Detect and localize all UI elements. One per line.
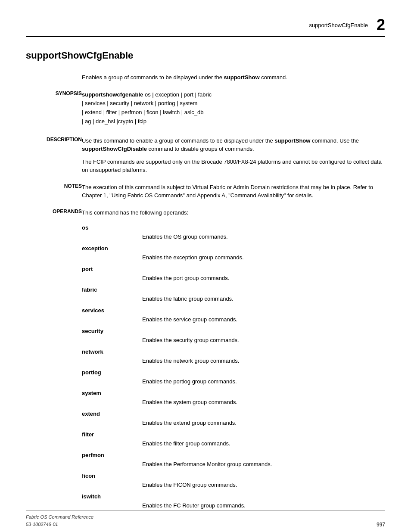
operand-name-row: portlog [82,366,385,378]
operand-description: Enables the service group commands. [142,316,385,324]
notes-content: The execution of this command is subject… [82,183,385,208]
operand-desc [142,345,385,358]
footer-line2: 53-1002746-01 [26,521,93,528]
operand-name: perfmon [82,448,142,461]
operand-desc [142,448,385,461]
synopsis-line2: | services | security | network | portlo… [82,100,197,106]
desc-p1-after: command. Use the [310,137,359,144]
operand-name-spacer [82,254,142,262]
operand-desc [142,221,385,233]
operand-desc-row: Enables the Performance Monitor group co… [82,461,385,469]
operand-description: Enables the filter group commands. [142,440,385,448]
operand-name-spacer [82,233,142,242]
operand-desc [142,304,385,316]
operand-description: Enables the FICON group commands. [142,482,385,490]
operand-name-row: services [82,304,385,316]
operand-description: Enables the portlog group commands. [142,378,385,386]
operand-name-row: security [82,324,385,337]
page-title: supportShowCfgEnable [26,50,385,61]
operand-name: fabric [82,283,142,296]
operand-name: ficon [82,469,142,482]
intro-text-after: command. [260,74,287,81]
operand-desc [142,242,385,254]
intro-content: Enables a group of commands to be displa… [82,73,385,90]
operand-desc [142,428,385,440]
operand-name: security [82,324,142,337]
synopsis-command-rest: os | exception | port | fabric [143,91,212,98]
description-label: DESCRIPTION [26,137,82,183]
operand-desc-row: Enables the fabric group commands. [82,296,385,304]
synopsis-label: SYNOPSIS [26,90,82,137]
operand-desc [142,490,385,502]
operand-desc-row: Enables the OS group commands. [82,233,385,242]
footer-line1: Fabric OS Command Reference [26,513,93,521]
operand-desc-row: Enables the portlog group commands. [82,378,385,386]
operands-content: This command has the following operands:… [82,208,385,515]
operand-desc-row: Enables the service group commands. [82,316,385,324]
operand-name-spacer [82,420,142,428]
operand-name: extend [82,407,142,420]
operand-name: portlog [82,366,142,378]
operand-name-spacer [82,440,142,448]
operand-name-spacer [82,296,142,304]
operand-desc-row: Enables the security group commands. [82,337,385,345]
operand-name: filter [82,428,142,440]
operand-name-spacer [82,316,142,324]
footer-left: Fabric OS Command Reference 53-1002746-0… [26,513,93,528]
operand-name: os [82,221,142,233]
synopsis-content: supportshowcfgenable os | exception | po… [82,90,385,137]
operand-name: system [82,386,142,399]
operand-table: os Enables the OS group commands. except… [82,221,385,510]
operand-desc-row: Enables the port group commands. [82,275,385,283]
operands-row: OPERANDS This command has the following … [26,208,385,515]
description-para2: The FCIP commands are supported only on … [82,158,385,174]
header-title: supportShowCfgEnable [309,22,368,28]
description-content: Use this command to enable a group of co… [82,137,385,183]
operand-name: services [82,304,142,316]
content-table: Enables a group of commands to be displa… [26,73,385,515]
operand-desc-row: Enables the extend group commands. [82,420,385,428]
operand-name-row: exception [82,242,385,254]
page-footer: Fabric OS Command Reference 53-1002746-0… [26,510,385,528]
operand-name: exception [82,242,142,254]
notes-text: The execution of this command is subject… [82,183,385,200]
operand-name-spacer [82,502,142,510]
operand-name-spacer [82,358,142,366]
operand-description: Enables the extend group commands. [142,420,385,428]
operand-name-row: port [82,262,385,275]
operand-name: network [82,345,142,358]
intro-label [26,73,82,90]
desc-p1-bold1: supportShow [274,137,310,144]
operand-description: Enables the network group commands. [142,358,385,366]
operand-desc [142,469,385,482]
operand-description: Enables the system group commands. [142,399,385,407]
operand-name-spacer [82,275,142,283]
operand-name-row: os [82,221,385,233]
operand-description: Enables the port group commands. [142,275,385,283]
operand-desc [142,283,385,296]
description-para1: Use this command to enable a group of co… [82,137,385,153]
operand-name-spacer [82,337,142,345]
desc-p1-bold2: supportShowCfgDisable [82,146,147,152]
description-row: DESCRIPTION Use this command to enable a… [26,137,385,183]
operand-name-row: ficon [82,469,385,482]
operand-name-row: perfmon [82,448,385,461]
operand-desc [142,407,385,420]
operand-name-row: filter [82,428,385,440]
operand-desc-row: Enables the network group commands. [82,358,385,366]
operand-name-row: fabric [82,283,385,296]
footer-page-number: 997 [377,522,385,528]
operand-desc [142,386,385,399]
operand-description: Enables the security group commands. [142,337,385,345]
intro-paragraph: Enables a group of commands to be displa… [82,73,385,82]
operand-name-row: system [82,386,385,399]
notes-row: NOTES The execution of this command is s… [26,183,385,208]
operand-name: port [82,262,142,275]
page: supportShowCfgEnable 2 supportShowCfgEna… [0,0,411,532]
operand-name-spacer [82,461,142,469]
synopsis-line4: | ag | dce_hsl |crypto | fcip [82,118,146,124]
operand-desc-row: Enables the FC Router group commands. [82,502,385,510]
synopsis-row: SYNOPSIS supportshowcfgenable os | excep… [26,90,385,137]
operand-desc-row: Enables the exception group commands. [82,254,385,262]
operands-intro: This command has the following operands: [82,208,385,217]
